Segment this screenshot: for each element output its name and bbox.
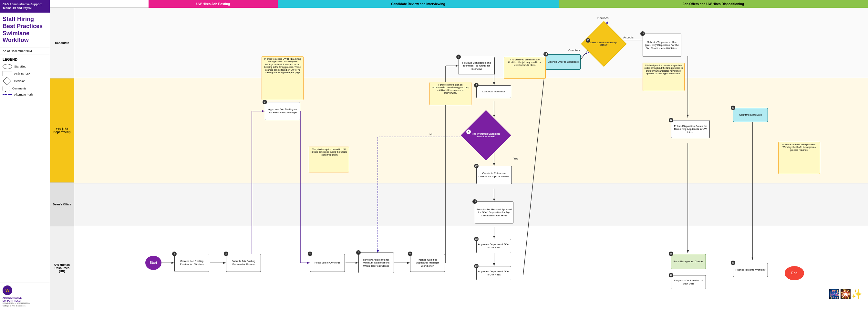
comment-workday: Once the hire has been pushed to Workday…	[778, 142, 820, 174]
node-19-confirm-start: 19 Requests Confirmation of Start Date	[671, 275, 706, 289]
legend-item-task: Activity/Task	[3, 71, 47, 76]
node-18-label: Runs Background Checks	[674, 260, 704, 263]
node-5-label: Reviews Applicants for Minimum Qualifica…	[360, 258, 392, 268]
node-10-badge: 10	[474, 164, 478, 168]
node-4-label: Posts Job in UW Hires	[314, 261, 340, 265]
node-2-badge: 2	[224, 252, 228, 256]
node-2-label: Submits Job Posting Preview for Review	[228, 259, 259, 266]
comment-interviewing: For more information on recommended inte…	[430, 82, 471, 105]
node-20-confirms-start: 20 Confirms Start Date	[733, 108, 768, 122]
node-17-label: Enters Disposition Codes for Remaining A…	[673, 125, 708, 134]
uw-logo: W ADMINISTRATIVE SUPPORT TEAM UNIVERSITY…	[0, 283, 50, 310]
uw-university-text: UNIVERSITY of WASHINGTON	[3, 302, 30, 305]
legend-label-decision: Decision	[14, 80, 26, 83]
legend-item-decision: Decision	[3, 78, 47, 84]
node-11-request-approval: 11 Submits the 'Request Approval for Off…	[475, 202, 514, 223]
node-16-dept-hire-disp: 16 Submits 'Department Hire (pre-Hire)' …	[643, 34, 681, 57]
comment-ifno-text: If no preferred candidates are identifie…	[508, 58, 541, 66]
node-15-badge: 15	[586, 38, 590, 42]
node-16-badge: 16	[640, 31, 645, 36]
node-5-badge: 5	[356, 250, 361, 255]
node-5-reviews-applicants: 5 Reviews Applicants for Minimum Qualifi…	[359, 252, 394, 273]
you-label: You (The Department)	[51, 127, 73, 134]
node-8-badge: 8	[474, 83, 478, 88]
node-9-badge: 9	[466, 129, 471, 134]
comment-hiring-training: In order to access UW HIRES, hiring mana…	[261, 56, 304, 100]
section-label-uw-hires: UW Hires Job Posting	[196, 2, 230, 6]
legend-label-startend: Start/End	[14, 65, 27, 68]
node-13-badge: 13	[474, 264, 478, 268]
comment-2-text: The job description posted to UW Hires i…	[311, 148, 347, 156]
sidebar-header: CAS Administrative Support Team: HR and …	[0, 0, 50, 12]
node-21-pushes-workday: 21 Pushes Hire into Workday	[733, 263, 768, 277]
node-20-label: Confirms Start Date	[739, 113, 762, 117]
legend-item-altpath: Alternate Path	[3, 93, 47, 96]
section-label-job-offers: Job Offers and UW Hires Dispositioning	[683, 2, 744, 6]
node-12-approves-dean: 12 Approves Department Offer in UW Hires	[476, 239, 511, 253]
start-node: Start	[145, 256, 161, 270]
oval-shape-icon	[3, 64, 12, 69]
comment-5-text: It is best practice to enter disposition…	[644, 64, 683, 74]
node-7-label: Reviews Candidates and Identifies Top Gr…	[460, 61, 493, 71]
section-header-candidate-review: Candidate Review and Interviewing	[278, 0, 559, 8]
node-8-interviews: 8 Conducts Interviews	[476, 85, 511, 98]
comment-6-text: Once the hire has been pushed to Workday…	[782, 144, 816, 151]
comment-3-text: For more information on recommended inte…	[432, 84, 469, 94]
diagram-area: Yes No Accepts Declines Counters Start 1…	[74, 8, 868, 310]
node-16-label: Submits 'Department Hire (pre-Hire)' Dis…	[644, 41, 680, 50]
node-17-disposition-codes: 17 Enters Disposition Codes for Remainin…	[671, 120, 710, 138]
svg-text:Declines: Declines	[597, 17, 609, 20]
comment-job-desc: The job description posted to UW Hires i…	[309, 147, 349, 173]
sidebar-date: As of December 2024	[0, 48, 50, 55]
svg-line-19	[523, 63, 546, 275]
node-14-badge: 14	[544, 52, 548, 57]
uw-college-text: College of Arts & Sciences	[3, 305, 26, 307]
node-4-badge: 4	[308, 252, 312, 256]
node-12-badge: 12	[474, 237, 478, 241]
node-15-label: Does Candidate Accept Offer?	[590, 41, 617, 46]
comment-no-preferred: If no preferred candidates are identifie…	[504, 57, 546, 79]
legend-title: LEGEND	[3, 58, 47, 61]
svg-text:Yes: Yes	[514, 157, 518, 160]
svg-text:Counters: Counters	[568, 49, 580, 52]
node-1-badge: 1	[172, 252, 177, 256]
legend-label-altpath: Alternate Path	[14, 93, 33, 96]
section-header-uw-hires: UW Hires Job Posting	[149, 0, 278, 8]
node-13-label: Approves Department Offer in UW Hires	[478, 270, 509, 276]
node-3-label: Approves Job Posting as UW Hires Hiring …	[267, 108, 299, 114]
node-21-label: Pushes Hire into Workday	[736, 268, 765, 272]
node-19-badge: 19	[669, 273, 673, 277]
content-area: UW Hires Job Posting Candidate Review an…	[50, 0, 868, 310]
dashed-line-icon	[3, 94, 12, 95]
end-label: End	[792, 271, 798, 275]
node-6-pushes-qualified: 6 Pushes Qualified Applicants Manager Wo…	[410, 254, 445, 272]
end-node: End	[785, 266, 804, 280]
swimlane-label-hr: UW Human Resources (HR)	[50, 226, 74, 310]
node-1-creates-job-posting: 1 Creates Job Posting Preview in UW Hire…	[175, 254, 209, 272]
node-10-reference-checks: 10 Conducts Reference Checks for Top Can…	[476, 166, 512, 184]
node-18-background-checks: 18 Runs Background Checks	[671, 254, 706, 269]
swimlane-label-candidate: Candidate	[50, 8, 74, 79]
fireworks-decoration: 🎆🎇✨	[826, 281, 865, 307]
node-8-label: Conducts Interviews	[482, 90, 505, 93]
sidebar: CAS Administrative Support Team: HR and …	[0, 0, 50, 310]
svg-text:Accepts: Accepts	[623, 36, 634, 39]
node-6-label: Pushes Qualified Applicants Manager Work…	[412, 258, 443, 268]
swimlane-label-you: You (The Department)	[50, 79, 74, 183]
legend-item-startend: Start/End	[3, 64, 47, 69]
node-14-extends-offer: 14 Extends Offer to Candidate	[546, 54, 581, 70]
sidebar-legend: LEGEND Start/End Activity/Task Decision …	[0, 55, 50, 101]
node-18-badge: 18	[669, 252, 673, 256]
node-12-label: Approves Department Offer in UW Hires	[478, 243, 509, 249]
node-2-submits-preview: 2 Submits Job Posting Preview for Review	[226, 254, 261, 272]
hr-label: UW Human Resources (HR)	[51, 263, 73, 273]
main-container: CAS Administrative Support Team: HR and …	[0, 0, 868, 310]
diamond-shape-icon	[3, 77, 11, 85]
node-3-approves-job: 3 Approves Job Posting as UW Hires Hirin…	[265, 102, 300, 120]
node-17-badge: 17	[669, 118, 673, 122]
node-21-badge: 21	[731, 260, 735, 265]
uw-logo-circle: W	[3, 285, 12, 295]
comment-1-text: In order to access UW HIRES, hiring mana…	[264, 58, 301, 73]
node-11-label: Submits the 'Request Approval for Offer'…	[476, 208, 512, 217]
rect-shape-icon	[3, 71, 12, 76]
